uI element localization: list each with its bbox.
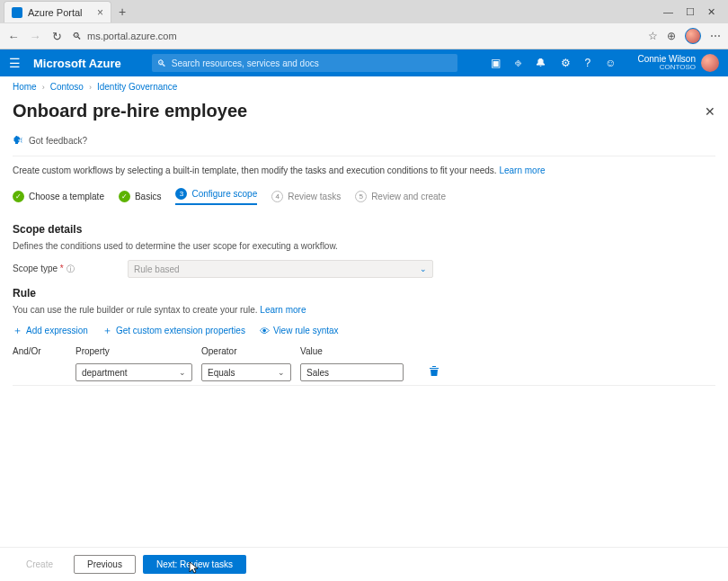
directory-icon[interactable]: ⎆	[515, 57, 521, 69]
trash-icon	[429, 365, 439, 377]
chevron-down-icon: ⌄	[278, 368, 285, 377]
intro-text: Create custom workflows by selecting a b…	[13, 165, 715, 175]
window-controls: — ☐ ✕	[654, 6, 724, 18]
chevron-right-icon: ›	[89, 83, 92, 92]
rule-table: And/Or Property Operator Value departmen…	[13, 346, 715, 386]
rule-desc: You can use the rule builder or rule syn…	[13, 305, 715, 315]
scope-desc: Defines the conditions used to determine…	[13, 241, 715, 251]
brand[interactable]: Microsoft Azure	[33, 57, 121, 70]
step-number-icon: 5	[355, 191, 367, 202]
step-number-icon: 3	[175, 188, 187, 200]
feedback-icon[interactable]: ☺	[605, 57, 616, 69]
head-andor: And/Or	[13, 346, 67, 356]
learn-more-link[interactable]: Learn more	[499, 165, 545, 175]
rule-title: Rule	[13, 287, 715, 299]
head-operator: Operator	[201, 346, 291, 356]
global-search[interactable]: 🔍︎	[152, 54, 457, 72]
view-rule-syntax-button[interactable]: 👁 View rule syntax	[260, 324, 339, 337]
chevron-down-icon: ⌄	[179, 368, 186, 377]
operator-select[interactable]: Equals ⌄	[201, 363, 291, 381]
step-number-icon: 4	[271, 191, 283, 202]
chevron-right-icon: ›	[42, 83, 45, 92]
feedback-link[interactable]: 🗣 Got feedback?	[13, 129, 715, 156]
maximize-button[interactable]: ☐	[686, 6, 695, 18]
refresh-button[interactable]: ↻	[50, 30, 63, 43]
step-template[interactable]: ✓ Choose a template	[13, 191, 104, 202]
page-title: Onboard pre-hire employee	[13, 101, 247, 121]
chevron-down-icon: ⌄	[420, 264, 427, 273]
back-button[interactable]: ←	[7, 30, 20, 43]
info-icon[interactable]: ⓘ	[67, 264, 75, 273]
property-select[interactable]: department ⌄	[75, 363, 192, 381]
plus-icon: ＋	[102, 324, 112, 337]
step-review-tasks: 4 Review tasks	[271, 191, 341, 202]
step-scope[interactable]: 3 Configure scope	[175, 188, 257, 205]
browser-tab-bar: Azure Portal × + — ☐ ✕	[0, 0, 728, 23]
previous-button[interactable]: Previous	[74, 555, 136, 574]
head-property: Property	[75, 346, 192, 356]
close-tab-icon[interactable]: ×	[97, 6, 103, 19]
notifications-icon[interactable]: 🔔︎	[536, 57, 546, 69]
step-basics[interactable]: ✓ Basics	[119, 191, 161, 202]
new-tab-button[interactable]: +	[111, 4, 133, 19]
breadcrumb-home[interactable]: Home	[13, 82, 37, 92]
breadcrumb-area[interactable]: Identity Governance	[97, 82, 178, 92]
user-tenant: CONTOSO	[638, 64, 696, 71]
browser-tab[interactable]: Azure Portal ×	[4, 1, 111, 22]
checkmark-icon: ✓	[13, 191, 24, 202]
forward-button[interactable]: →	[29, 30, 41, 43]
person-feedback-icon: 🗣	[13, 134, 23, 147]
collections-icon[interactable]: ⊕	[667, 30, 676, 42]
wizard-footer: Create Previous Next: Review tasks	[0, 547, 728, 581]
close-window-button[interactable]: ✕	[707, 6, 715, 18]
more-icon[interactable]: ⋯	[710, 30, 721, 42]
next-button[interactable]: Next: Review tasks	[143, 555, 246, 574]
user-menu[interactable]: Connie Wilson CONTOSO	[638, 54, 719, 72]
settings-icon[interactable]: ⚙	[561, 57, 571, 69]
search-icon: 🔍︎	[72, 31, 82, 41]
azure-favicon-icon	[12, 7, 22, 18]
delete-row-button[interactable]	[429, 365, 439, 380]
step-review-create: 5 Review and create	[355, 191, 446, 202]
get-custom-props-button[interactable]: ＋ Get custom extension properties	[102, 324, 245, 337]
browser-nav-bar: ← → ↻ 🔍︎ ms.portal.azure.com ☆ ⊕ ⋯	[0, 23, 728, 49]
user-avatar-icon	[701, 54, 719, 72]
search-input[interactable]	[172, 58, 452, 68]
search-icon: 🔍︎	[157, 58, 166, 68]
scope-type-select: Rule based ⌄	[128, 260, 433, 278]
cloud-shell-icon[interactable]: ▣	[491, 57, 501, 69]
breadcrumb: Home › Contoso › Identity Governance	[0, 76, 728, 97]
minimize-button[interactable]: —	[663, 6, 673, 18]
create-button: Create	[13, 555, 67, 574]
checkmark-icon: ✓	[119, 191, 130, 202]
url-text: ms.portal.azure.com	[87, 31, 177, 41]
scope-title: Scope details	[13, 223, 715, 236]
breadcrumb-tenant[interactable]: Contoso	[50, 82, 84, 92]
menu-icon[interactable]: ☰	[9, 56, 21, 70]
head-value: Value	[300, 346, 404, 356]
wizard-steps: ✓ Choose a template ✓ Basics 3 Configure…	[13, 188, 715, 205]
add-expression-button[interactable]: ＋ Add expression	[13, 324, 88, 337]
close-panel-button[interactable]: ✕	[705, 104, 715, 119]
feedback-label: Got feedback?	[29, 136, 87, 146]
help-icon[interactable]: ?	[585, 57, 591, 69]
address-bar[interactable]: 🔍︎ ms.portal.azure.com	[72, 31, 639, 41]
azure-top-bar: ☰ Microsoft Azure 🔍︎ ▣ ⎆ 🔔︎ ⚙ ? ☺ Connie…	[0, 49, 728, 76]
plus-icon: ＋	[13, 324, 22, 337]
favorite-icon[interactable]: ☆	[648, 30, 658, 42]
eye-icon: 👁	[260, 326, 270, 336]
profile-avatar-icon[interactable]	[685, 28, 701, 44]
rule-learn-more-link[interactable]: Learn more	[260, 305, 306, 315]
tab-title: Azure Portal	[28, 7, 83, 18]
scope-type-label: Scope type * ⓘ	[13, 264, 120, 275]
value-input[interactable]: Sales	[300, 363, 404, 381]
rule-row: department ⌄ Equals ⌄ Sales	[13, 360, 715, 386]
